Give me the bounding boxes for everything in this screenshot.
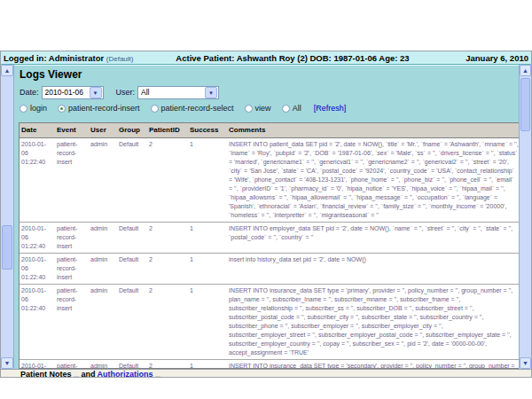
chevron-up-icon[interactable]: ▲ (1, 65, 13, 76)
radio-icon[interactable] (282, 105, 290, 113)
app-window: Logged in: Administrator (Default) Activ… (0, 51, 532, 378)
cell-event: patient-record-insert (55, 138, 89, 222)
table-row: 2010-01-06 01:22:40 patient-record-inser… (20, 360, 520, 369)
date-filter-value: 2010-01-06 (43, 88, 90, 97)
cell-patientid: 2 (147, 360, 188, 369)
left-scrollbar-track[interactable] (1, 76, 13, 357)
cell-user: admin (89, 360, 117, 369)
cell-patientid: 2 (147, 138, 188, 222)
radio-icon[interactable] (151, 105, 159, 113)
col-header-patientid: PatientID (147, 123, 188, 137)
cell-event: patient-record-insert (55, 223, 89, 253)
authorizations-links[interactable]: ... (155, 372, 160, 377)
logged-in-user: Administrator (49, 53, 104, 63)
user-filter-select[interactable]: All ▼ (137, 86, 219, 99)
radio-view[interactable]: view (245, 104, 271, 113)
col-header-success: Success (188, 123, 227, 137)
cell-user: admin (89, 138, 117, 222)
cell-group: Default (117, 138, 147, 222)
radio-login[interactable]: login (20, 104, 47, 113)
cell-success: 1 (188, 360, 227, 369)
cell-group: Default (117, 223, 147, 253)
chevron-down-icon[interactable]: ▼ (205, 87, 217, 98)
radio-icon[interactable] (20, 105, 27, 113)
table-row: 2010-01-06 01:22:40 patient-record-inser… (20, 138, 520, 223)
cell-success: 1 (188, 223, 227, 253)
cell-comments: INSERT INTO insurance_data SET type = 's… (227, 360, 520, 369)
cell-group: Default (117, 254, 147, 284)
cell-date: 2010-01-06 01:22:40 (20, 360, 55, 369)
radio-view-label: view (255, 104, 271, 113)
right-scrollbar[interactable]: ▲ ▼ (519, 65, 531, 369)
radio-patient-record-insert[interactable]: patient-record-insert (58, 104, 140, 113)
col-header-user: User (89, 123, 117, 137)
patient-notes-links[interactable]: ... (74, 372, 79, 377)
table-row: 2010-01-06 01:22:40 patient-record-inser… (20, 285, 520, 360)
chevron-down-icon[interactable]: ▼ (1, 357, 13, 369)
chevron-down-icon[interactable]: ▼ (90, 87, 102, 98)
cell-date: 2010-01-06 01:22:40 (20, 285, 55, 359)
active-patient-info: Active Patient: Ashwanth Roy (2) DOB: 19… (154, 53, 431, 63)
cell-success: 1 (188, 285, 227, 359)
and-label: and (81, 370, 95, 377)
col-header-group: Group (117, 123, 147, 137)
cell-comments: INSERT INTO insurance_data SET type = 'p… (227, 285, 520, 359)
logged-in-label: Logged in: (4, 53, 47, 63)
cell-date: 2010-01-06 01:22:40 (20, 138, 55, 222)
cell-patientid: 2 (147, 285, 188, 359)
cell-patientid: 2 (147, 254, 188, 284)
cell-success: 1 (188, 254, 227, 284)
right-scrollbar-thumb[interactable] (520, 78, 530, 131)
radio-icon[interactable] (58, 105, 66, 113)
radio-login-label: login (30, 104, 47, 113)
logs-table-header: Date Event User Group PatientID Success … (20, 123, 520, 138)
left-scrollbar-thumb[interactable] (2, 225, 12, 270)
radio-all[interactable]: All (282, 104, 301, 113)
logs-table: Date Event User Group PatientID Success … (19, 122, 521, 369)
logs-viewer-panel: Logs Viewer Date: 2010-01-06 ▼ User: All… (14, 65, 519, 369)
left-scrollbar[interactable]: ▲ ▼ (1, 65, 14, 369)
date-filter-select[interactable]: 2010-01-06 ▼ (42, 86, 104, 99)
right-scrollbar-track[interactable] (520, 76, 531, 357)
radio-patient-record-insert-label: patient-record-insert (68, 104, 140, 113)
cell-comments: INSERT INTO employer_data SET pid = '2',… (227, 223, 520, 253)
page-title: Logs Viewer (14, 66, 519, 82)
cell-user: admin (89, 223, 117, 253)
authorizations-link[interactable]: Authorizations (98, 370, 153, 377)
table-row: 2010-01-06 01:22:40 patient-record-inser… (20, 223, 520, 254)
user-filter-label: User: (116, 88, 136, 97)
logged-in-suffix: (Default) (106, 55, 134, 63)
cell-user: admin (89, 285, 117, 359)
refresh-link[interactable]: [Refresh] (314, 104, 347, 113)
cell-date: 2010-01-06 01:22:40 (20, 254, 55, 284)
bottom-frame-bar: Patient Notes ... and Authorizations ... (1, 369, 531, 377)
cell-date: 2010-01-06 01:22:40 (20, 223, 55, 253)
radio-icon[interactable] (245, 105, 253, 113)
current-date: January 6, 2010 (431, 53, 528, 63)
cell-patientid: 2 (147, 223, 188, 253)
cell-group: Default (117, 285, 147, 359)
log-filters: Date: 2010-01-06 ▼ User: All ▼ login (14, 82, 519, 115)
radio-patient-record-select[interactable]: patient-record-select (151, 104, 234, 113)
cell-success: 1 (188, 138, 227, 222)
table-row: 2010-01-06 01:22:40 patient-record-inser… (20, 254, 520, 285)
col-header-event: Event (55, 123, 89, 137)
user-filter-value: All (138, 88, 205, 97)
cell-comments: INSERT INTO patient_data SET pid = '2', … (227, 138, 520, 222)
cell-comments: insert into history_data set pid = '2', … (227, 254, 520, 284)
chevron-up-icon[interactable]: ▲ (520, 65, 531, 76)
patient-notes-label: Patient Notes (20, 370, 72, 377)
cell-event: patient-record-insert (55, 360, 89, 369)
logged-in-info: Logged in: Administrator (Default) (4, 53, 154, 63)
cell-group: Default (117, 360, 147, 369)
date-filter-label: Date: (20, 88, 39, 97)
radio-patient-record-select-label: patient-record-select (161, 104, 234, 113)
col-header-date: Date (20, 123, 55, 137)
cell-user: admin (89, 254, 117, 284)
top-status-bar: Logged in: Administrator (Default) Activ… (1, 51, 531, 65)
chevron-down-icon[interactable]: ▼ (520, 357, 531, 369)
radio-all-label: All (293, 104, 301, 113)
cell-event: patient-record-insert (55, 254, 89, 284)
col-header-comments: Comments (227, 123, 520, 137)
cell-event: patient-record-insert (55, 285, 89, 359)
